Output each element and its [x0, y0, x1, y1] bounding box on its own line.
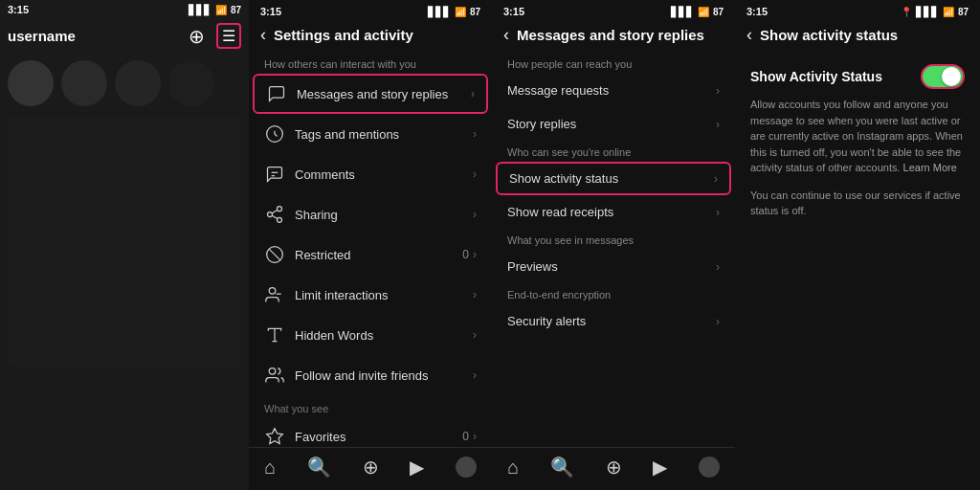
menu-item-security[interactable]: Security alerts ›	[492, 304, 735, 338]
menu-icon[interactable]: ☰	[216, 23, 241, 49]
security-label: Security alerts	[507, 314, 716, 328]
story-circle	[8, 60, 54, 106]
follow-label: Follow and invite friends	[295, 368, 473, 383]
menu-item-restricted[interactable]: Restricted 0 ›	[249, 234, 492, 275]
svg-point-5	[278, 217, 282, 222]
restricted-icon	[264, 244, 285, 265]
menu-item-story-replies[interactable]: Story replies ›	[492, 107, 735, 141]
section2-label-p3: Who can see you're online	[492, 141, 735, 162]
time-panel3: 3:15	[503, 6, 524, 17]
section1-label: How others can interact with you	[249, 53, 492, 74]
favorites-label: Favorites	[295, 430, 462, 444]
learn-more-link[interactable]: Learn More	[903, 162, 957, 173]
status-icons-panel2: ▋▋▋ 📶 87	[428, 7, 480, 17]
nav-header-panel2: ‹ Settings and activity	[249, 19, 492, 53]
chevron-icon: ›	[473, 368, 477, 382]
restricted-badge: 0	[462, 248, 469, 261]
restricted-label: Restricted	[295, 248, 462, 262]
sharing-icon	[264, 204, 285, 225]
panel-activity-status: 3:15 📍 ▋▋▋ 📶 87 ‹ Show activity status S…	[735, 0, 980, 490]
story-replies-label: Story replies	[507, 117, 716, 131]
menu-item-previews[interactable]: Previews ›	[492, 250, 735, 283]
status-icons-panel4: 📍 ▋▋▋ 📶 87	[901, 7, 969, 17]
chevron-icon: ›	[473, 208, 477, 221]
home-icon[interactable]: ⌂	[264, 457, 276, 479]
feed-post	[8, 118, 241, 367]
time-panel4: 3:15	[746, 6, 768, 17]
nav-header-panel4: ‹ Show activity status	[735, 19, 980, 53]
chevron-icon: ›	[471, 87, 475, 100]
section3-label-p3: What you see in messages	[492, 229, 735, 250]
home-icon[interactable]: ⌂	[507, 457, 519, 479]
reels-icon[interactable]: ▶	[653, 456, 667, 479]
messages-icon	[266, 83, 287, 104]
back-button-panel4[interactable]: ‹	[746, 25, 752, 45]
svg-line-9	[269, 249, 280, 260]
add-icon[interactable]: ⊕	[363, 456, 379, 479]
limit-label: Limit interactions	[295, 288, 473, 302]
profile-icon[interactable]	[699, 457, 720, 478]
chevron-icon: ›	[473, 248, 477, 261]
section1-label-p3: How people can reach you	[492, 53, 735, 74]
activity-note: You can continue to use our services if …	[750, 188, 965, 219]
top-bar-panel1: username ⊕ ☰	[0, 19, 249, 53]
panel-settings: 3:15 ▋▋▋ 📶 87 ‹ Settings and activity Ho…	[249, 0, 492, 490]
status-icons-panel3: ▋▋▋ 📶 87	[671, 7, 724, 17]
menu-item-limit[interactable]: Limit interactions ›	[249, 275, 492, 315]
read-receipts-label: Show read receipts	[507, 205, 716, 219]
story-circle	[61, 60, 107, 106]
svg-line-6	[272, 215, 278, 218]
chevron-icon: ›	[716, 84, 720, 98]
menu-list-panel2: Messages and story replies › Tags and me…	[249, 74, 492, 447]
profile-icon[interactable]	[456, 457, 477, 478]
menu-item-msg-requests[interactable]: Message requests ›	[492, 74, 735, 107]
tags-icon	[264, 123, 285, 145]
chevron-icon: ›	[473, 430, 477, 443]
username-label: username	[8, 28, 76, 44]
menu-item-comments[interactable]: Comments ›	[249, 154, 492, 194]
tags-label: Tags and mentions	[295, 127, 473, 142]
add-icon[interactable]: ⊕	[606, 456, 622, 479]
back-button-panel3[interactable]: ‹	[503, 25, 509, 45]
chevron-icon: ›	[473, 167, 477, 181]
menu-item-show-activity[interactable]: Show activity status ›	[496, 162, 731, 195]
panel2-title: Settings and activity	[274, 27, 413, 43]
status-bar-panel3: 3:15 ▋▋▋ 📶 87	[492, 0, 735, 19]
activity-content: Show Activity Status Allow accounts you …	[735, 53, 980, 490]
time-panel1: 3:15	[8, 4, 29, 15]
bottom-nav-panel3: ⌂ 🔍 ⊕ ▶	[492, 447, 735, 490]
favorites-icon	[264, 426, 285, 447]
panel-home: 3:15 ▋▋▋ 📶 87 username ⊕ ☰	[0, 0, 249, 490]
show-activity-label: Show activity status	[509, 171, 714, 186]
stories-row	[0, 53, 249, 114]
menu-item-follow[interactable]: Follow and invite friends ›	[249, 355, 492, 395]
svg-marker-15	[267, 429, 283, 444]
activity-toggle[interactable]	[921, 64, 965, 89]
menu-item-sharing[interactable]: Sharing ›	[249, 194, 492, 234]
favorites-badge: 0	[462, 430, 469, 443]
msg-requests-label: Message requests	[507, 83, 716, 98]
menu-item-read-receipts[interactable]: Show read receipts ›	[492, 195, 735, 229]
bottom-nav-panel2: ⌂ 🔍 ⊕ ▶	[249, 447, 492, 490]
menu-item-hidden[interactable]: Hidden Words ›	[249, 315, 492, 355]
plus-icon[interactable]: ⊕	[189, 25, 205, 48]
panel4-title: Show activity status	[760, 27, 898, 43]
chevron-icon: ›	[473, 127, 477, 141]
reels-icon[interactable]: ▶	[410, 456, 424, 479]
section2-label: What you see	[249, 395, 492, 416]
follow-icon	[264, 365, 285, 386]
toggle-knob	[942, 67, 961, 86]
messages-label: Messages and story replies	[297, 87, 471, 101]
story-circle	[115, 60, 161, 106]
back-button-panel2[interactable]: ‹	[260, 25, 266, 45]
story-circle	[168, 60, 214, 106]
menu-item-tags[interactable]: Tags and mentions ›	[249, 114, 492, 154]
nav-header-panel3: ‹ Messages and story replies	[492, 19, 735, 53]
svg-point-4	[268, 212, 273, 217]
menu-item-messages[interactable]: Messages and story replies ›	[253, 74, 488, 114]
search-icon[interactable]: 🔍	[550, 456, 574, 479]
chevron-icon: ›	[716, 118, 720, 131]
search-icon[interactable]: 🔍	[307, 456, 331, 479]
menu-item-favorites[interactable]: Favorites 0 ›	[249, 416, 492, 447]
svg-point-14	[269, 368, 276, 375]
